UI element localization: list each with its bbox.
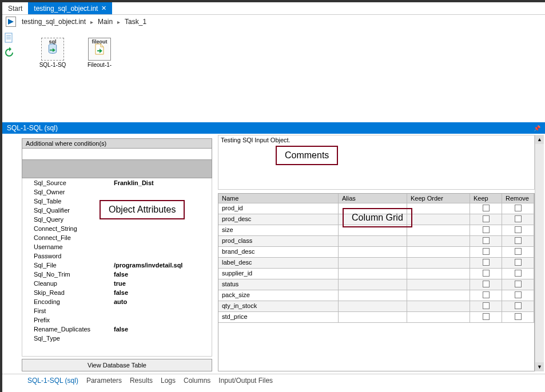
checkbox-icon[interactable]: [483, 226, 490, 233]
col-cell-alias[interactable]: [339, 236, 407, 247]
bottom-tab[interactable]: SQL-1-SQL (sql): [27, 377, 78, 385]
col-header-alias[interactable]: Alias: [339, 194, 407, 203]
checkbox-icon[interactable]: [483, 270, 490, 277]
attribute-row[interactable]: Prefix: [22, 315, 212, 325]
checkbox-icon[interactable]: [483, 205, 490, 211]
col-cell-keeporder[interactable]: [407, 236, 470, 247]
view-database-button[interactable]: View Database Table: [22, 359, 212, 371]
attribute-row[interactable]: Sql_No_Trimfalse: [22, 270, 212, 279]
close-icon[interactable]: ✕: [101, 5, 106, 12]
col-cell-keeporder[interactable]: [407, 203, 470, 214]
checkbox-icon[interactable]: [515, 313, 522, 320]
col-cell-remove[interactable]: [502, 247, 534, 258]
col-header-remove[interactable]: Remove: [502, 194, 534, 203]
attribute-row[interactable]: Skip_Readfalse: [22, 288, 212, 297]
col-header-name[interactable]: Name: [218, 194, 339, 203]
checkbox-icon[interactable]: [483, 237, 490, 244]
column-row[interactable]: brand_desc: [218, 247, 534, 258]
attribute-row[interactable]: Cleanuptrue: [22, 279, 212, 288]
col-cell-keep[interactable]: [470, 279, 502, 290]
col-cell-remove[interactable]: [502, 203, 534, 214]
bottom-tab[interactable]: Input/Output Files: [218, 377, 273, 385]
run-button[interactable]: [6, 17, 16, 27]
col-cell-keep[interactable]: [470, 225, 502, 236]
col-cell-alias[interactable]: [339, 258, 407, 269]
scroll-up-icon[interactable]: ▲: [535, 135, 544, 144]
attribute-row[interactable]: Sql_Owner: [22, 187, 212, 197]
checkbox-icon[interactable]: [515, 259, 522, 266]
col-cell-keep[interactable]: [470, 269, 502, 279]
bottom-tab[interactable]: Columns: [184, 377, 210, 385]
checkbox-icon[interactable]: [515, 248, 522, 255]
where-input[interactable]: [22, 149, 212, 160]
col-header-keeporder[interactable]: Keep Order: [407, 194, 470, 203]
attribute-row[interactable]: Password: [22, 251, 212, 261]
column-row[interactable]: status: [218, 279, 534, 290]
breadcrumb-1[interactable]: Main: [98, 18, 113, 26]
col-cell-keeporder[interactable]: [407, 312, 470, 323]
column-row[interactable]: prod_class: [218, 236, 534, 247]
breadcrumb-2[interactable]: Task_1: [125, 18, 146, 26]
checkbox-icon[interactable]: [515, 302, 522, 309]
attribute-row[interactable]: Rename_Duplicatesfalse: [22, 325, 212, 334]
tab-start[interactable]: Start: [2, 2, 28, 14]
col-cell-keep[interactable]: [470, 247, 502, 258]
refresh-icon[interactable]: [3, 47, 15, 58]
col-cell-keep[interactable]: [470, 236, 502, 247]
attribute-row[interactable]: Encodingauto: [22, 297, 212, 306]
node-fileout[interactable]: fileout Fileout-1-: [83, 38, 116, 68]
col-cell-keeporder[interactable]: [407, 258, 470, 269]
checkbox-icon[interactable]: [483, 302, 490, 309]
column-row[interactable]: std_price: [218, 312, 534, 323]
checkbox-icon[interactable]: [483, 281, 490, 287]
checkbox-icon[interactable]: [515, 205, 522, 211]
col-cell-alias[interactable]: [339, 279, 407, 290]
col-cell-keeporder[interactable]: [407, 225, 470, 236]
col-cell-alias[interactable]: [339, 269, 407, 279]
col-cell-remove[interactable]: [502, 301, 534, 312]
col-header-keep[interactable]: Keep: [470, 194, 502, 203]
bottom-tab[interactable]: Results: [130, 377, 153, 385]
col-cell-keep[interactable]: [470, 301, 502, 312]
checkbox-icon[interactable]: [483, 291, 490, 298]
col-cell-remove[interactable]: [502, 279, 534, 290]
checkbox-icon[interactable]: [515, 291, 522, 298]
attribute-row[interactable]: Sql_SourceFranklin_Dist: [22, 178, 212, 187]
col-cell-keeporder[interactable]: [407, 290, 470, 301]
col-cell-remove[interactable]: [502, 290, 534, 301]
checkbox-icon[interactable]: [483, 259, 490, 266]
col-cell-keep[interactable]: [470, 214, 502, 225]
checkbox-icon[interactable]: [515, 226, 522, 233]
checkbox-icon[interactable]: [515, 237, 522, 244]
col-cell-keep[interactable]: [470, 203, 502, 214]
checkbox-icon[interactable]: [483, 248, 490, 255]
col-cell-alias[interactable]: [339, 247, 407, 258]
tab-active[interactable]: testing_sql_object.int ✕: [28, 2, 112, 14]
checkbox-icon[interactable]: [515, 215, 522, 222]
vertical-scrollbar[interactable]: ▲ ▼: [535, 135, 544, 371]
attribute-row[interactable]: Connect_File: [22, 233, 212, 242]
column-row[interactable]: pack_size: [218, 290, 534, 301]
workflow-canvas[interactable]: sql SQL-1-SQ fileout Fileout-1-: [22, 29, 545, 122]
bottom-tab[interactable]: Logs: [161, 377, 176, 385]
scroll-down-icon[interactable]: ▼: [535, 362, 544, 371]
checkbox-icon[interactable]: [515, 270, 522, 277]
column-row[interactable]: supplier_id: [218, 269, 534, 279]
col-cell-keeporder[interactable]: [407, 214, 470, 225]
col-cell-keeporder[interactable]: [407, 269, 470, 279]
col-cell-remove[interactable]: [502, 214, 534, 225]
comments-box[interactable]: Testing SQl Input Object. Comments: [218, 135, 535, 190]
attribute-row[interactable]: Sql_File/programs/invdetail.sql: [22, 261, 212, 270]
col-cell-alias[interactable]: [339, 301, 407, 312]
col-cell-remove[interactable]: [502, 258, 534, 269]
col-cell-remove[interactable]: [502, 312, 534, 323]
col-cell-remove[interactable]: [502, 236, 534, 247]
col-cell-keep[interactable]: [470, 312, 502, 323]
col-cell-keeporder[interactable]: [407, 301, 470, 312]
col-cell-keeporder[interactable]: [407, 279, 470, 290]
attribute-row[interactable]: Connect_String: [22, 224, 212, 233]
col-cell-alias[interactable]: [339, 290, 407, 301]
pin-icon[interactable]: 📌: [534, 125, 540, 131]
checkbox-icon[interactable]: [515, 281, 522, 287]
checkbox-icon[interactable]: [483, 215, 490, 222]
